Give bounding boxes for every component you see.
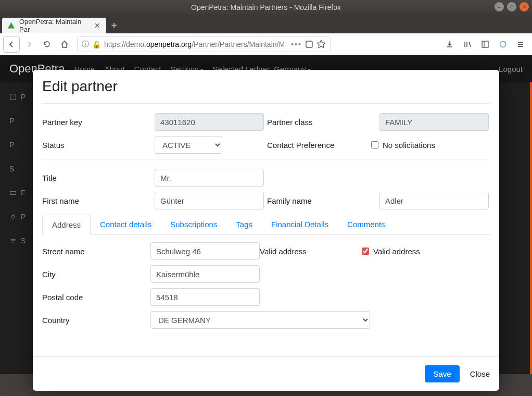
tab-comments[interactable]: Comments [338,215,395,234]
svg-rect-1 [306,41,312,47]
tab-financial-details[interactable]: Financial Details [262,215,338,234]
svg-marker-0 [8,22,15,28]
browser-tab-title: OpenPetra: Maintain Par [19,18,89,33]
back-button[interactable] [3,36,20,53]
bookmark-star-icon[interactable] [316,40,326,49]
window-minimize-button[interactable]: – [495,2,504,11]
forward-button[interactable] [21,36,37,53]
lock-icon: 🔒 [92,40,101,48]
label-first-name: First name [42,196,155,205]
close-button[interactable]: Close [470,369,490,378]
label-postal-code: Postal code [42,293,150,302]
page-actions-icon[interactable]: ••• [291,40,302,48]
label-family-name: Family name [267,196,379,205]
reload-button[interactable] [39,36,55,53]
browser-nav-bar: ⓘ 🔒 https://demo.openpetra.org/Partner/P… [0,33,532,55]
edit-partner-modal: Edit partner Partner key Partner class S… [33,70,499,391]
valid-address-check[interactable]: Valid address [362,247,420,256]
label-country: Country [42,316,150,325]
postal-code-field[interactable] [150,288,260,306]
window-title: OpenPetra: Maintain Partners - Mozilla F… [191,3,341,11]
no-solicitations-checkbox[interactable] [371,141,378,148]
label-partner-class: Partner class [267,118,379,127]
inner-tabs: Address Contact details Subscriptions Ta… [42,215,490,235]
url-text: https://demo.openpetra.org/Partner/Partn… [104,40,285,48]
label-partner-key: Partner key [42,118,155,127]
tab-contact-details[interactable]: Contact details [91,215,161,234]
partner-key-field[interactable] [155,113,264,131]
modal-title: Edit partner [42,78,490,95]
save-button[interactable]: Save [425,365,459,382]
label-status: Status [42,141,155,150]
info-icon: ⓘ [82,40,89,49]
menu-button[interactable] [512,36,529,53]
address-panel: Street name Valid address Valid address … [42,235,490,329]
svg-point-5 [504,41,506,43]
family-name-field[interactable] [379,192,489,209]
partner-class-field[interactable] [379,113,489,131]
status-select[interactable]: ACTIVE [155,136,222,154]
tab-subscriptions[interactable]: Subscriptions [161,215,226,234]
modal-backdrop: Edit partner Partner key Partner class S… [0,55,532,396]
home-button[interactable] [56,36,73,53]
window-title-bar: OpenPetra: Maintain Partners - Mozilla F… [0,0,532,15]
street-name-field[interactable] [150,242,260,260]
account-icon[interactable] [495,36,511,53]
url-bar[interactable]: ⓘ 🔒 https://demo.openpetra.org/Partner/P… [77,36,331,52]
label-title: Title [42,174,155,182]
label-contact-pref: Contact Preference [267,141,371,150]
valid-address-checkbox[interactable] [362,247,369,255]
label-street-name: Street name [42,247,150,256]
no-solicitations-check[interactable]: No solicitations [371,141,435,150]
browser-tab[interactable]: OpenPetra: Maintain Par ✕ [2,18,106,33]
sidebar-button-icon[interactable] [477,36,493,53]
tab-address[interactable]: Address [42,215,91,235]
label-city: City [42,270,150,279]
title-field[interactable] [155,169,264,187]
tab-tags[interactable]: Tags [226,215,262,234]
favicon-icon [7,21,15,30]
window-close-button[interactable]: ✕ [520,2,529,11]
reader-mode-icon[interactable] [305,40,313,48]
label-valid-address: Valid address [260,247,362,256]
downloads-button[interactable] [441,36,458,53]
city-field[interactable] [150,265,260,283]
first-name-field[interactable] [155,192,264,209]
library-button[interactable] [459,36,476,53]
new-tab-button[interactable]: + [106,18,122,33]
svg-rect-2 [482,41,488,47]
tab-close-button[interactable]: ✕ [93,21,101,30]
browser-tab-strip: OpenPetra: Maintain Par ✕ + [0,15,532,33]
window-maximize-button[interactable]: ▢ [507,2,516,11]
country-select[interactable]: DE GERMANY [150,311,370,329]
